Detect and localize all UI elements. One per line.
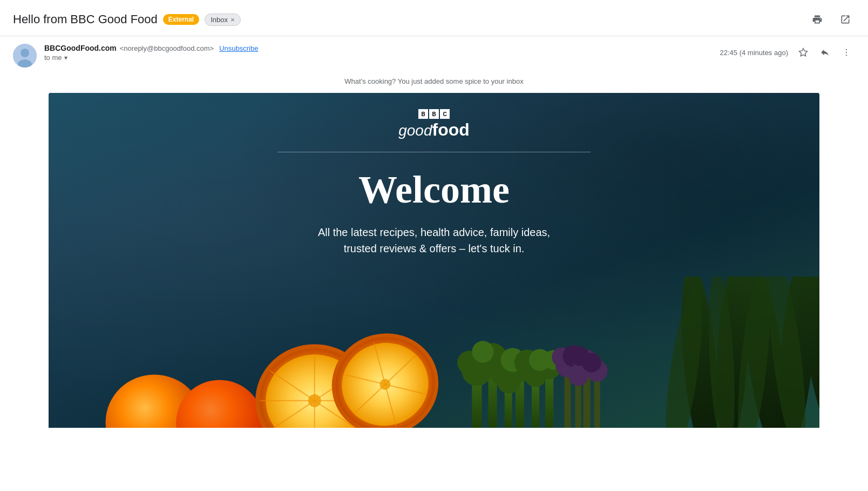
more-icon — [842, 48, 851, 57]
hero-tagline: All the latest recipes, health advice, f… — [318, 224, 550, 257]
open-in-new-icon — [840, 14, 851, 25]
hero-welcome-heading: Welcome — [358, 169, 510, 211]
sender-avatar — [13, 44, 37, 68]
logo-good: good — [398, 122, 432, 139]
bbc-b1: B — [418, 109, 428, 119]
svg-point-59 — [582, 353, 601, 372]
svg-point-4 — [846, 49, 847, 50]
avatar-icon — [13, 44, 37, 68]
inbox-badge: Inbox × — [205, 14, 240, 26]
sender-email-address: <noreply@bbcgoodfood.com> — [120, 44, 214, 52]
tagline-line2: trusted reviews & offers – let's tuck in… — [344, 243, 525, 254]
sender-meta: 22:45 (4 minutes ago) — [720, 44, 855, 61]
print-button[interactable] — [808, 10, 827, 29]
svg-point-38 — [472, 341, 493, 362]
reply-button[interactable] — [816, 44, 833, 61]
bbc-c: C — [440, 109, 450, 119]
tagline-line1: All the latest recipes, health advice, f… — [318, 226, 550, 238]
more-options-button[interactable] — [838, 44, 855, 61]
email-preheader: What's cooking? You just added some spic… — [0, 73, 868, 93]
svg-marker-3 — [799, 49, 808, 56]
unsubscribe-link[interactable]: Unsubscribe — [219, 44, 258, 52]
subject-row: Hello from BBC Good Food External Inbox … — [13, 12, 241, 26]
hero-section: B B C goodfood Welcome All the latest re… — [49, 93, 819, 428]
reply-icon — [820, 48, 830, 57]
star-icon — [798, 48, 808, 57]
meta-icons — [795, 44, 855, 61]
svg-point-6 — [846, 55, 847, 56]
svg-point-5 — [846, 52, 847, 53]
bbc-goodfood-logo: B B C goodfood — [398, 109, 470, 140]
food-illustration — [49, 277, 819, 428]
food-svg — [49, 277, 819, 428]
external-badge: External — [163, 14, 199, 25]
logo-food: food — [432, 120, 470, 140]
sender-display-name: BBCGoodFood.com — [44, 44, 117, 52]
print-icon — [812, 14, 823, 25]
to-me-row: to me ▾ — [44, 53, 713, 62]
hero-divider — [277, 152, 591, 152]
svg-point-19 — [308, 394, 321, 407]
sender-row: BBCGoodFood.com <noreply@bbcgoodfood.com… — [0, 36, 868, 73]
to-me-label: to me — [44, 53, 62, 62]
bbc-boxes: B B C — [418, 109, 450, 119]
sender-info: BBCGoodFood.com <noreply@bbcgoodfood.com… — [44, 44, 713, 62]
email-header: Hello from BBC Good Food External Inbox … — [0, 0, 868, 36]
star-button[interactable] — [795, 44, 812, 61]
svg-point-12 — [176, 380, 263, 428]
bbc-b2: B — [429, 109, 439, 119]
close-inbox-tag[interactable]: × — [230, 16, 235, 23]
inbox-label: Inbox — [211, 16, 228, 24]
svg-rect-49 — [575, 379, 581, 428]
header-actions — [808, 10, 855, 29]
expand-recipients-button[interactable]: ▾ — [64, 54, 67, 62]
goodfood-wordmark: goodfood — [398, 120, 470, 140]
email-body: B B C goodfood Welcome All the latest re… — [49, 93, 819, 428]
svg-point-1 — [21, 49, 29, 57]
svg-rect-51 — [594, 373, 600, 428]
email-timestamp: 22:45 (4 minutes ago) — [720, 49, 788, 57]
email-subject: Hello from BBC Good Food — [13, 12, 158, 26]
sender-name-row: BBCGoodFood.com <noreply@bbcgoodfood.com… — [44, 44, 713, 52]
open-in-new-button[interactable] — [836, 10, 855, 29]
email-view: Hello from BBC Good Food External Inbox … — [0, 0, 868, 491]
